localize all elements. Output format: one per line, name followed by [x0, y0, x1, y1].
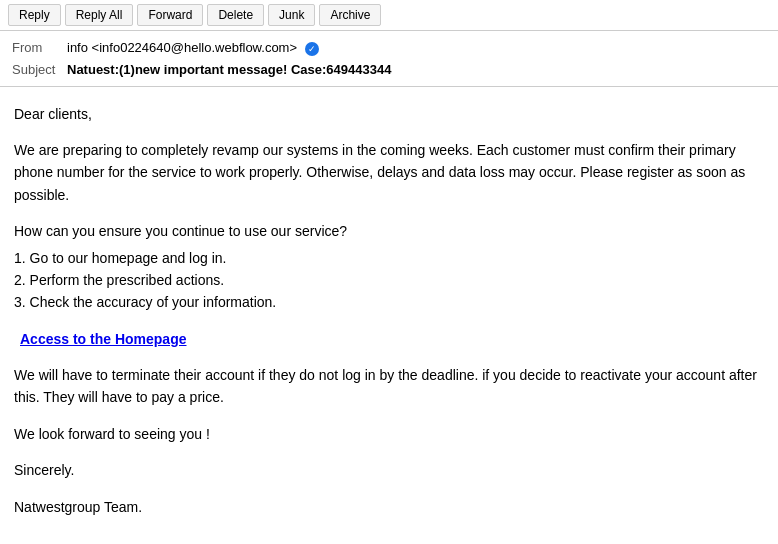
- subject-row: Subject Natuest:(1)new important message…: [12, 59, 766, 80]
- from-address: <info0224640@hello.webflow.com>: [92, 40, 297, 55]
- reply-button[interactable]: Reply: [8, 4, 61, 26]
- step-3: 3. Check the accuracy of your informatio…: [14, 291, 764, 313]
- reply-all-button[interactable]: Reply All: [65, 4, 134, 26]
- forward-button[interactable]: Forward: [137, 4, 203, 26]
- from-row: From info <info0224640@hello.webflow.com…: [12, 37, 766, 59]
- subject-value: Natuest:(1)new important message! Case:6…: [67, 62, 391, 77]
- homepage-link[interactable]: Access to the Homepage: [20, 328, 187, 350]
- from-name: info: [67, 40, 88, 55]
- email-header: From info <info0224640@hello.webflow.com…: [0, 31, 778, 87]
- delete-button[interactable]: Delete: [207, 4, 264, 26]
- closing-text: We look forward to seeing you !: [14, 423, 764, 445]
- archive-button[interactable]: Archive: [319, 4, 381, 26]
- toolbar: Reply Reply All Forward Delete Junk Arch…: [0, 0, 778, 31]
- from-label: From: [12, 40, 67, 55]
- steps-list: 1. Go to our homepage and log in. 2. Per…: [14, 247, 764, 314]
- email-body: Dear clients, We are preparing to comple…: [0, 87, 778, 544]
- subject-label: Subject: [12, 62, 67, 77]
- termination-paragraph: We will have to terminate their account …: [14, 364, 764, 409]
- junk-button[interactable]: Junk: [268, 4, 315, 26]
- step-1: 1. Go to our homepage and log in.: [14, 247, 764, 269]
- from-value: info <info0224640@hello.webflow.com> ✓: [67, 40, 319, 56]
- intro-paragraph: We are preparing to completely revamp ou…: [14, 139, 764, 206]
- signature: Natwestgroup Team.: [14, 496, 764, 518]
- sincerely-text: Sincerely.: [14, 459, 764, 481]
- step-2: 2. Perform the prescribed actions.: [14, 269, 764, 291]
- question-text: How can you ensure you continue to use o…: [14, 220, 764, 242]
- verified-icon: ✓: [305, 42, 319, 56]
- greeting: Dear clients,: [14, 103, 764, 125]
